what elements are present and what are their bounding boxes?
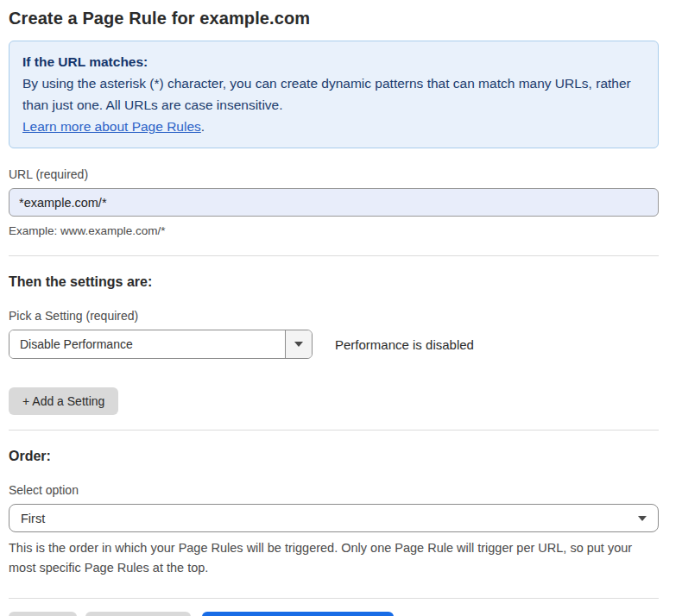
chevron-down-icon — [638, 516, 647, 521]
info-box-body: By using the asterisk (*) character, you… — [22, 72, 645, 116]
url-example-helper: Example: www.example.com/* — [9, 224, 659, 237]
divider — [9, 430, 659, 431]
order-section-heading: Order: — [9, 449, 659, 464]
divider — [9, 255, 659, 256]
cancel-button[interactable]: Cancel — [9, 612, 77, 616]
url-field-label: URL (required) — [9, 167, 659, 181]
chevron-down-icon — [294, 342, 303, 347]
order-select-label: Select option — [9, 483, 659, 497]
page-rule-form: Create a Page Rule for example.com If th… — [0, 0, 682, 616]
link-suffix: . — [201, 119, 205, 134]
learn-more-link[interactable]: Learn more about Page Rules — [22, 119, 201, 134]
divider — [9, 598, 659, 599]
page-title: Create a Page Rule for example.com — [9, 9, 659, 28]
footer-button-row: Cancel Save as Draft Save and Deploy Pag… — [9, 612, 659, 616]
url-input[interactable] — [9, 188, 659, 217]
order-helper-text: This is the order in which your Page Rul… — [9, 538, 652, 578]
settings-section-heading: Then the settings are: — [9, 274, 659, 290]
setting-dropdown[interactable]: Disable Performance — [9, 330, 313, 359]
setting-row: Disable Performance Performance is disab… — [9, 330, 659, 359]
save-as-draft-button[interactable]: Save as Draft — [85, 612, 191, 616]
setting-dropdown-arrow-button[interactable] — [285, 330, 312, 358]
order-select-value: First — [21, 512, 45, 525]
save-and-deploy-button[interactable]: Save and Deploy Page Rule — [202, 612, 394, 616]
info-box-link-line: Learn more about Page Rules. — [22, 116, 645, 137]
setting-dropdown-value: Disable Performance — [9, 330, 285, 358]
order-select[interactable]: First — [9, 504, 659, 532]
add-setting-button[interactable]: + Add a Setting — [9, 387, 118, 415]
info-box-heading: If the URL matches: — [22, 51, 645, 72]
url-match-info-box: If the URL matches: By using the asteris… — [9, 41, 659, 148]
pick-setting-label: Pick a Setting (required) — [9, 309, 659, 323]
setting-status-text: Performance is disabled — [335, 337, 474, 352]
